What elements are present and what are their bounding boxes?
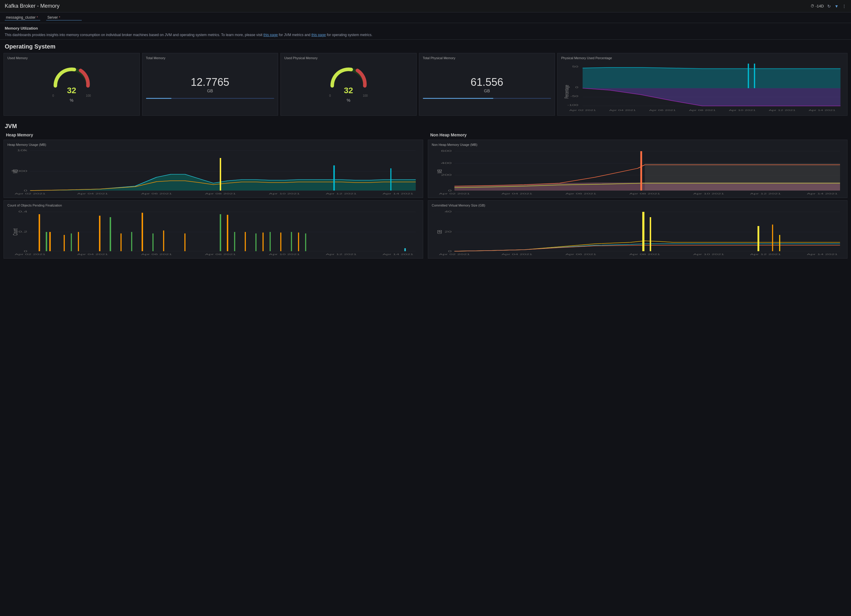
svg-text:Apr 08 2021: Apr 08 2021 bbox=[205, 192, 236, 195]
used-physical-gauge: 32 0 100 % bbox=[284, 62, 413, 112]
os-link[interactable]: this page bbox=[311, 33, 326, 37]
heap-memory-chart: 10k 5,000 0 MB Apr 02 20 bbox=[8, 148, 419, 195]
jvm-link[interactable]: this page bbox=[263, 33, 278, 37]
svg-text:Apr 12 2021: Apr 12 2021 bbox=[326, 192, 356, 195]
phys-scale-min: 0 bbox=[329, 94, 331, 97]
svg-text:GB: GB bbox=[436, 230, 443, 234]
page-title: Kafka Broker - Memory bbox=[5, 3, 60, 9]
total-memory-card: Total Memory 12.7765 GB bbox=[142, 53, 278, 116]
svg-text:40: 40 bbox=[445, 210, 451, 213]
svg-text:Apr 14 2021: Apr 14 2021 bbox=[383, 253, 413, 256]
jvm-columns: Heap Memory Heap Memory Usage (MB) 10k 5… bbox=[0, 131, 851, 260]
svg-text:Apr 02 2021: Apr 02 2021 bbox=[439, 253, 470, 256]
svg-text:Apr 14 2021: Apr 14 2021 bbox=[807, 253, 837, 256]
nonheap-chart-panel: Non Heap Memory Usage (MB) 600 400 200 0… bbox=[428, 139, 848, 198]
os-section-header: Operating System bbox=[0, 40, 851, 52]
svg-text:Apr 04 2021: Apr 04 2021 bbox=[609, 109, 636, 112]
physical-pct-title: Physical Memory Used Percentage bbox=[561, 56, 843, 60]
heap-chart-title: Heap Memory Usage (MB) bbox=[8, 143, 419, 147]
used-memory-arc bbox=[51, 62, 92, 89]
cluster-label: messaging_cluster bbox=[6, 15, 36, 19]
svg-text:Apr 10 2021: Apr 10 2021 bbox=[693, 253, 724, 256]
svg-text:0: 0 bbox=[448, 189, 451, 192]
physical-pct-chart: 50 0 -50 -100 Percentage Apr 02 2021 Apr… bbox=[561, 62, 843, 112]
svg-text:Apr 10 2021: Apr 10 2021 bbox=[269, 192, 300, 195]
virtual-mem-chart-panel: Committed Virtual Memory Size (GB) 40 20… bbox=[428, 200, 848, 259]
svg-text:Count: Count bbox=[12, 228, 19, 235]
time-range-picker[interactable]: ⏱ -14D bbox=[810, 4, 824, 8]
total-memory-label: Total Memory bbox=[146, 56, 275, 60]
svg-text:-100: -100 bbox=[567, 103, 578, 106]
svg-text:Apr 04 2021: Apr 04 2021 bbox=[502, 253, 532, 256]
virtual-mem-title: Committed Virtual Memory Size (GB) bbox=[432, 204, 843, 207]
svg-text:MB: MB bbox=[436, 169, 443, 173]
svg-text:Apr 02 2021: Apr 02 2021 bbox=[15, 253, 46, 256]
toolbar: messaging_cluster * Server * bbox=[0, 12, 851, 23]
svg-text:Apr 12 2021: Apr 12 2021 bbox=[326, 253, 356, 256]
filter-icon[interactable]: ▼ bbox=[834, 4, 839, 9]
svg-text:Apr 10 2021: Apr 10 2021 bbox=[269, 253, 300, 256]
svg-text:0.4: 0.4 bbox=[18, 210, 27, 213]
used-physical-unit: % bbox=[347, 98, 350, 103]
section-title: Memory Utlization bbox=[5, 26, 846, 30]
svg-text:600: 600 bbox=[441, 150, 451, 152]
used-memory-scale: 0 100 bbox=[53, 94, 91, 97]
svg-text:Apr 14 2021: Apr 14 2021 bbox=[383, 192, 413, 195]
svg-text:Apr 02 2021: Apr 02 2021 bbox=[15, 192, 46, 195]
svg-text:Apr 06 2021: Apr 06 2021 bbox=[649, 109, 676, 112]
used-physical-arc bbox=[328, 62, 369, 89]
virtual-mem-chart: 40 20 0 GB bbox=[432, 208, 843, 256]
svg-text:Apr 06 2021: Apr 06 2021 bbox=[565, 192, 596, 195]
used-memory-gauge: 32 0 100 % bbox=[8, 62, 136, 112]
svg-text:Apr 06 2021: Apr 06 2021 bbox=[565, 253, 596, 256]
svg-text:Apr 12 2021: Apr 12 2021 bbox=[750, 192, 781, 195]
svg-text:50: 50 bbox=[572, 65, 578, 68]
svg-text:0: 0 bbox=[448, 250, 451, 253]
used-physical-label: Used Physical Memory bbox=[284, 56, 413, 60]
finalization-chart-panel: Count of Objects Pending Finalization 0.… bbox=[3, 200, 423, 259]
svg-text:MB: MB bbox=[12, 169, 19, 173]
svg-text:20: 20 bbox=[445, 230, 451, 233]
phys-scale-max: 100 bbox=[363, 94, 368, 97]
cluster-asterisk: * bbox=[37, 16, 38, 19]
svg-text:Apr 10 2021: Apr 10 2021 bbox=[693, 192, 724, 195]
more-icon[interactable]: ⋮ bbox=[842, 4, 846, 9]
server-dropdown[interactable]: Server * bbox=[46, 15, 82, 20]
refresh-icon[interactable]: ↻ bbox=[827, 4, 831, 9]
svg-text:Apr 06 2021: Apr 06 2021 bbox=[141, 253, 172, 256]
header: Kafka Broker - Memory ⏱ -14D ↻ ▼ ⋮ bbox=[0, 0, 851, 12]
used-memory-card: Used Memory 32 0 100 % bbox=[3, 53, 140, 116]
svg-text:Apr 04 2021: Apr 04 2021 bbox=[77, 192, 108, 195]
time-range-value: -14D bbox=[815, 4, 824, 8]
jvm-section-header: JVM bbox=[0, 119, 851, 131]
svg-text:Apr 02 2021: Apr 02 2021 bbox=[439, 192, 470, 195]
svg-text:200: 200 bbox=[441, 173, 451, 176]
used-physical-scale: 0 100 bbox=[329, 94, 368, 97]
svg-text:Apr 08 2021: Apr 08 2021 bbox=[205, 253, 236, 256]
total-memory-sparkline bbox=[146, 98, 275, 99]
total-physical-card: Total Physical Memory 61.556 GB bbox=[419, 53, 555, 116]
svg-text:0.2: 0.2 bbox=[18, 230, 27, 233]
server-asterisk: * bbox=[59, 16, 60, 19]
total-physical-unit: GB bbox=[484, 88, 490, 93]
description-section: Memory Utlization This dashboards provid… bbox=[0, 23, 851, 40]
svg-text:Apr 14 2021: Apr 14 2021 bbox=[809, 109, 835, 112]
nonheap-section-label: Non Heap Memory bbox=[426, 131, 850, 138]
clock-icon: ⏱ bbox=[810, 4, 814, 8]
svg-text:0: 0 bbox=[575, 86, 578, 89]
scale-min: 0 bbox=[53, 94, 54, 97]
cluster-dropdown[interactable]: messaging_cluster * bbox=[5, 15, 40, 20]
gauges-row: Used Memory 32 0 100 % Total Memory 1 bbox=[0, 52, 851, 119]
svg-text:Apr 12 2021: Apr 12 2021 bbox=[769, 109, 795, 112]
nonheap-chart: 600 400 200 0 MB bbox=[432, 148, 843, 195]
used-memory-label: Used Memory bbox=[8, 56, 136, 60]
svg-text:Apr 10 2021: Apr 10 2021 bbox=[729, 109, 756, 112]
svg-text:Apr 08 2021: Apr 08 2021 bbox=[689, 109, 716, 112]
total-physical-sparkline bbox=[423, 98, 551, 99]
svg-text:0: 0 bbox=[24, 250, 27, 253]
heap-section-label: Heap Memory bbox=[1, 131, 426, 138]
total-memory-unit: GB bbox=[207, 88, 213, 93]
finalization-chart: 0.4 0.2 0 Count bbox=[8, 208, 419, 256]
svg-text:Apr 12 2021: Apr 12 2021 bbox=[750, 253, 781, 256]
svg-text:Apr 14 2021: Apr 14 2021 bbox=[807, 192, 837, 195]
